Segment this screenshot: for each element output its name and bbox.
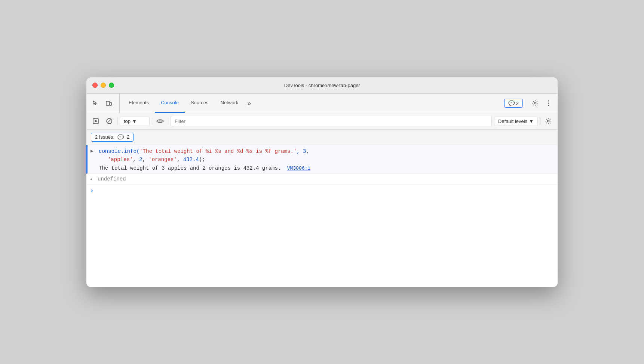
svg-point-4 [548, 103, 549, 104]
svg-point-2 [534, 102, 536, 104]
svg-rect-1 [110, 102, 111, 105]
issues-badge[interactable]: 💬 2 [504, 99, 523, 108]
tab-network[interactable]: Network [215, 94, 245, 113]
dropdown-arrow: ▼ [132, 118, 137, 124]
toolbar-divider-2 [152, 117, 152, 125]
close-button[interactable] [92, 83, 98, 88]
console-prompt[interactable]: › [86, 185, 558, 197]
console-entry-undefined: ◂ undefined [86, 174, 558, 185]
tabbar: Elements Console Sources Network » 💬 2 [86, 94, 558, 113]
return-arrow: ◂ [89, 176, 95, 182]
issues-label: 2 Issues: [95, 134, 114, 140]
filter-input[interactable] [171, 116, 492, 126]
console-output: ▶ console.info('The total weight of %i %… [86, 145, 558, 287]
levels-arrow: ▼ [529, 118, 534, 124]
code-line-1: console.info('The total weight of %i %s … [99, 147, 555, 155]
separator [526, 99, 526, 108]
inspect-element-icon[interactable] [89, 97, 101, 109]
output-line: The total weight of 3 apples and 2 orang… [99, 165, 555, 171]
console-toolbar: top ▼ Default levels ▼ [86, 113, 558, 130]
tab-console[interactable]: Console [155, 94, 185, 113]
entry-content-undefined: undefined [98, 176, 555, 182]
svg-point-3 [548, 101, 549, 102]
devtools-window: DevTools - chrome://new-tab-page/ Elemen… [86, 77, 558, 287]
context-selector[interactable]: top ▼ [120, 117, 150, 126]
prompt-arrow: › [90, 188, 94, 194]
toolbar-divider-1 [117, 117, 117, 125]
issues-bar: 2 Issues: 💬 2 [86, 130, 558, 145]
window-controls [92, 83, 114, 88]
svg-rect-0 [106, 101, 110, 105]
svg-point-10 [159, 120, 161, 122]
console-entry-info: ▶ console.info('The total weight of %i %… [86, 145, 558, 174]
expand-arrow[interactable]: ▶ [91, 148, 96, 154]
live-expressions-icon[interactable] [154, 115, 166, 127]
window-title: DevTools - chrome://new-tab-page/ [284, 83, 360, 88]
clear-console-icon[interactable] [104, 115, 115, 127]
tab-elements[interactable]: Elements [123, 94, 155, 113]
entry-content-info: console.info('The total weight of %i %s … [99, 147, 555, 172]
run-script-icon[interactable] [90, 115, 101, 127]
maximize-button[interactable] [109, 83, 114, 88]
console-settings-icon[interactable] [543, 115, 554, 127]
toolbar-divider-4 [540, 117, 540, 125]
minimize-button[interactable] [101, 83, 106, 88]
issues-count-badge[interactable]: 2 Issues: 💬 2 [91, 133, 134, 142]
levels-selector[interactable]: Default levels ▼ [494, 117, 538, 126]
svg-line-9 [107, 119, 111, 123]
svg-marker-7 [95, 120, 98, 123]
more-tabs-button[interactable]: » [244, 94, 254, 113]
issues-badge-count: 2 [127, 134, 129, 140]
device-toggle-icon[interactable] [103, 97, 115, 109]
tab-sources[interactable]: Sources [185, 94, 215, 113]
toolbar-divider-3 [168, 117, 168, 125]
source-link[interactable]: VM3006:1 [287, 166, 310, 171]
svg-point-11 [548, 120, 549, 122]
undefined-text: undefined [98, 176, 126, 182]
settings-icon[interactable] [529, 97, 541, 109]
svg-point-5 [548, 105, 549, 106]
tabs: Elements Console Sources Network » [123, 94, 501, 113]
issues-badge-icon: 💬 [117, 134, 124, 140]
issues-icon: 💬 [508, 100, 515, 106]
code-line-2: 'apples', 2, 'oranges', 432.4); [99, 155, 555, 164]
tab-right-icons: 💬 2 [501, 97, 555, 109]
more-options-icon[interactable] [543, 97, 555, 109]
tab-icons [89, 94, 120, 113]
issues-count: 2 [516, 101, 519, 106]
titlebar: DevTools - chrome://new-tab-page/ [86, 77, 558, 94]
